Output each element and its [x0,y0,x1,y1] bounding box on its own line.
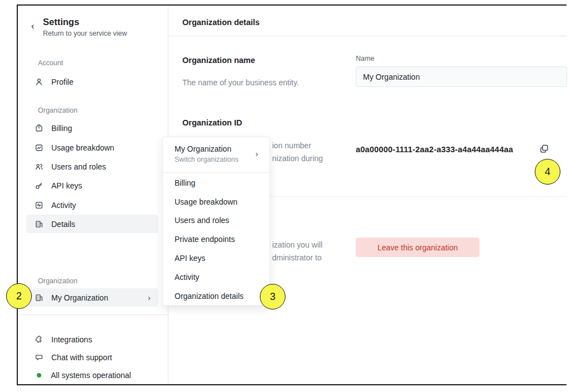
leave-description-line1: ization you will [272,240,322,249]
sidebar-item-label: Usage breakdown [51,143,114,152]
title-divider [168,36,567,36]
users-icon [35,162,43,171]
organization2-section-label: Organization [38,277,78,285]
sidebar-item-label: API keys [51,181,82,190]
name-field-label: Name [356,55,374,62]
settings-window: ‹ Settings Return to your service view A… [17,4,567,385]
chevron-right-icon: › [255,149,258,158]
chat-bubble-icon [35,353,43,362]
sidebar-item-integrations[interactable]: Integrations [26,331,158,348]
activity-icon [35,201,43,210]
organization-name-input[interactable] [356,66,567,87]
sidebar-item-label: Profile [51,78,74,86]
sidebar-item-label: Billing [51,124,72,133]
sidebar-item-label: Details [51,220,75,229]
dropdown-org-name: My Organization [175,144,231,153]
settings-sidebar: ‹ Settings Return to your service view A… [18,6,168,384]
organization-building-icon [35,220,43,229]
organization-building-icon [35,293,43,302]
billing-icon [35,124,43,133]
system-status-row[interactable]: All systems operational [26,367,158,384]
org-name-description: The name of your business entity. [182,78,299,87]
leave-description-line2: dministrator to [272,253,322,262]
sidebar-item-billing[interactable]: Billing [26,119,158,137]
dropdown-org-switcher[interactable]: My Organization Switch organizations › [163,137,269,173]
sidebar-item-profile[interactable]: Profile [26,72,158,91]
page-title: Organization details [182,18,260,27]
dropdown-item-list: Billing Usage breakdown Users and roles … [163,173,269,306]
usage-chart-icon [35,143,43,152]
organization-section-label: Organization [38,107,78,114]
dropdown-item-activity[interactable]: Activity [163,268,269,287]
dropdown-item-billing[interactable]: Billing [163,173,269,192]
sidebar-item-my-organization[interactable]: My Organization › [26,288,158,307]
status-label: All systems operational [51,371,131,380]
copy-icon[interactable] [539,142,552,156]
chevron-right-icon: › [148,293,151,302]
sidebar-subtitle: Return to your service view [43,30,127,37]
sidebar-item-label: Users and roles [51,162,106,171]
annotation-badge-2: 2 [6,283,32,309]
sidebar-item-usage-breakdown[interactable]: Usage breakdown [26,138,158,157]
person-icon [35,78,43,86]
org-name-heading: Organization name [182,56,255,65]
org-id-description-line1: ion number [272,141,311,150]
annotation-badge-3: 3 [260,284,286,309]
dropdown-item-private-endpoints[interactable]: Private endpoints [163,230,269,249]
status-green-dot-icon [37,373,41,378]
dropdown-item-api-keys[interactable]: API keys [163,249,269,268]
organization-dropdown-menu: My Organization Switch organizations › B… [162,137,270,306]
org-id-heading: Organization ID [182,118,242,127]
account-section-label: Account [38,59,63,67]
sidebar-title[interactable]: Settings [43,17,79,27]
dropdown-item-usage-breakdown[interactable]: Usage breakdown [163,192,269,211]
sidebar-item-api-keys[interactable]: API keys [26,176,158,195]
sidebar-item-label: My Organization [51,293,108,302]
annotation-badge-4: 4 [535,159,560,185]
sidebar-item-activity[interactable]: Activity [26,196,158,214]
org-id-description-line2: nization during [272,154,323,163]
sidebar-item-chat-support[interactable]: Chat with support [26,349,158,366]
dropdown-org-subtitle: Switch organizations [175,156,239,163]
sidebar-item-label: Chat with support [51,353,112,362]
leave-organization-button[interactable]: Leave this organization [356,238,480,257]
dropdown-item-users-and-roles[interactable]: Users and roles [163,211,269,230]
back-chevron-icon[interactable]: ‹ [31,21,34,31]
sidebar-item-users-and-roles[interactable]: Users and roles [26,157,158,176]
dropdown-item-organization-details[interactable]: Organization details [163,287,269,306]
puzzle-icon [35,335,43,344]
sidebar-item-label: Integrations [51,335,92,344]
sidebar-divider [18,314,168,315]
sidebar-item-label: Activity [51,201,76,210]
key-icon [35,181,43,190]
organization-id-value: a0a00000-1111-2aa2-a333-a4a44aa444aa [356,145,513,154]
sidebar-item-details[interactable]: Details [26,215,158,233]
